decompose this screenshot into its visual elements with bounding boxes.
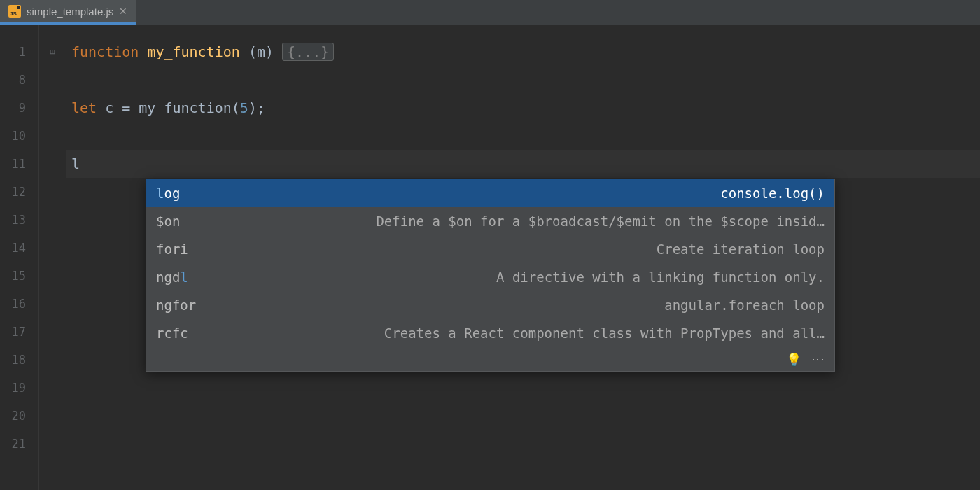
close-icon[interactable]: ✕ <box>119 6 127 17</box>
code-line[interactable]: let c = my_function(5); <box>66 94 980 122</box>
folded-region[interactable]: {...} <box>282 43 334 61</box>
line-number[interactable]: 20 <box>0 402 38 430</box>
line-number[interactable]: 8 <box>0 66 38 94</box>
line-number-gutter: 1 8 9 10 11 12 13 14 15 16 17 18 19 20 2… <box>0 25 39 490</box>
autocomplete-popup: log console.log() $on Define a $on for a… <box>146 178 835 372</box>
code-line[interactable] <box>66 430 980 458</box>
autocomplete-item[interactable]: fori Create iteration loop <box>146 235 834 263</box>
code-line[interactable]: function my_function (m) {...} <box>66 38 980 66</box>
code-line[interactable] <box>66 66 980 94</box>
fold-expand-icon[interactable]: ⊞ <box>39 38 66 66</box>
tab-filename: simple_template.js <box>27 6 113 18</box>
line-number[interactable]: 16 <box>0 290 38 318</box>
line-number[interactable]: 10 <box>0 122 38 150</box>
code-line[interactable] <box>66 402 980 430</box>
line-number[interactable]: 17 <box>0 318 38 346</box>
line-number[interactable]: 14 <box>0 234 38 262</box>
tab-bar: JS simple_template.js ✕ <box>0 0 980 25</box>
line-number[interactable]: 9 <box>0 94 38 122</box>
line-number[interactable]: 1 <box>0 38 38 66</box>
line-number[interactable]: 15 <box>0 262 38 290</box>
file-tab[interactable]: JS simple_template.js ✕ <box>0 0 136 24</box>
autocomplete-item[interactable]: ngdl A directive with a linking function… <box>146 263 834 291</box>
autocomplete-item[interactable]: ngfor angular.foreach loop <box>146 291 834 319</box>
autocomplete-item[interactable]: rcfc Creates a React component class wit… <box>146 319 834 347</box>
autocomplete-item[interactable]: $on Define a $on for a $broadcast/$emit … <box>146 207 834 235</box>
code-area[interactable]: function my_function (m) {...} let c = m… <box>66 25 980 490</box>
code-line[interactable] <box>66 374 980 402</box>
code-line[interactable] <box>66 122 980 150</box>
line-number[interactable]: 19 <box>0 374 38 402</box>
fold-gutter: ⊞ <box>39 25 66 490</box>
line-number[interactable]: 13 <box>0 206 38 234</box>
more-options-icon[interactable]: ⋮ <box>811 354 826 365</box>
line-number[interactable]: 18 <box>0 346 38 374</box>
js-file-icon: JS <box>8 5 21 18</box>
autocomplete-footer: 💡 ⋮ <box>146 347 834 371</box>
editor: 1 8 9 10 11 12 13 14 15 16 17 18 19 20 2… <box>0 25 980 490</box>
code-line-current[interactable]: l <box>66 150 980 178</box>
line-number[interactable]: 12 <box>0 178 38 206</box>
autocomplete-item[interactable]: log console.log() <box>146 179 834 207</box>
line-number[interactable]: 11 <box>0 150 38 178</box>
lightbulb-icon[interactable]: 💡 <box>786 352 802 367</box>
line-number[interactable]: 21 <box>0 430 38 458</box>
